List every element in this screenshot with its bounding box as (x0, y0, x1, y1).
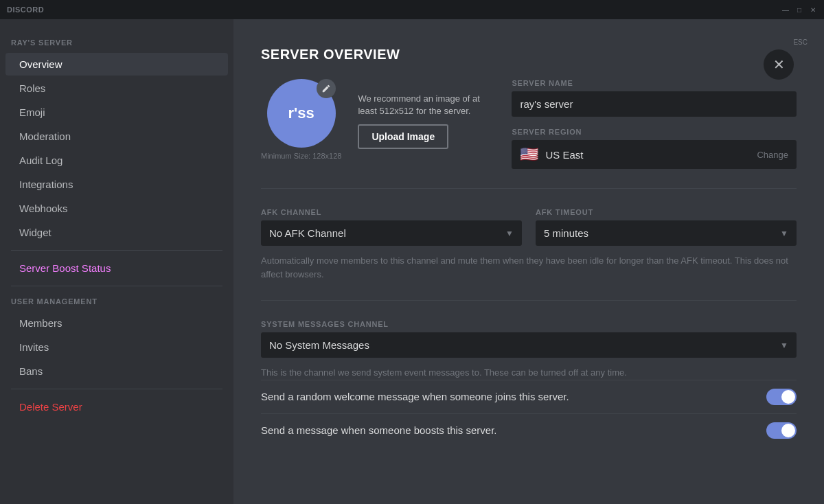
server-name-label: SERVER NAME (512, 79, 797, 87)
user-management-section-label: USER MANAGEMENT (0, 297, 233, 311)
titlebar: DISCORD — □ ✕ (0, 0, 824, 19)
sidebar-item-boost[interactable]: Server Boost Status (5, 257, 228, 279)
system-messages-select-wrapper: No System Messages ▼ (261, 332, 797, 358)
afk-timeout-field: AFK TIMEOUT 5 minutes ▼ (536, 208, 797, 246)
sidebar-item-label: Roles (19, 82, 45, 94)
sidebar-item-label: Members (19, 317, 62, 329)
toggle-row-welcome: Send a random welcome message when someo… (261, 380, 797, 413)
sidebar-item-label: Moderation (19, 130, 71, 142)
system-messages-section: SYSTEM MESSAGES CHANNEL No System Messag… (261, 320, 797, 447)
sidebar-item-label: Invites (19, 341, 49, 353)
min-size-label: Minimum Size: 128x128 (261, 152, 341, 160)
section-divider-1 (261, 188, 797, 189)
sidebar-item-label: Bans (19, 365, 43, 377)
recommend-text: We recommend an image of at least 512x51… (358, 93, 495, 117)
sidebar-item-audit-log[interactable]: Audit Log (5, 149, 228, 172)
main-content: ✕ ESC SERVER OVERVIEW r'ss Minimum Size:… (233, 19, 824, 504)
page-title: SERVER OVERVIEW (261, 47, 797, 62)
sidebar-divider (11, 250, 222, 251)
sidebar-item-bans[interactable]: Bans (5, 360, 228, 382)
sidebar-item-overview[interactable]: Overview (5, 53, 228, 76)
maximize-button[interactable]: □ (795, 5, 803, 14)
sidebar-item-members[interactable]: Members (5, 312, 228, 334)
minimize-button[interactable]: — (781, 5, 790, 14)
server-section-label: RAY'S SERVER (0, 38, 233, 52)
sidebar-item-label: Widget (19, 227, 52, 238)
toggle-welcome-label: Send a random welcome message when someo… (261, 391, 569, 402)
region-name: US East (545, 149, 583, 161)
section-divider-2 (261, 300, 797, 301)
toggle-knob (781, 424, 795, 437)
sidebar-item-label: Integrations (19, 179, 73, 190)
system-channel-help-text: This is the channel we send system event… (261, 366, 797, 380)
sidebar-item-label: Emoji (19, 106, 45, 118)
toggle-boost-label: Send a message when someone boosts this … (261, 424, 497, 436)
esc-icon: ✕ (773, 56, 785, 73)
sidebar-divider-3 (11, 389, 222, 389)
overview-middle: We recommend an image of at least 512x51… (358, 79, 495, 149)
window-controls: — □ ✕ (781, 5, 817, 14)
afk-timeout-select[interactable]: 5 minutes (536, 220, 797, 246)
sidebar-item-moderation[interactable]: Moderation (5, 125, 228, 148)
edit-icon[interactable] (317, 79, 336, 98)
toggle-knob (781, 390, 795, 404)
sidebar-item-emoji[interactable]: Emoji (5, 101, 228, 124)
esc-label: ESC (793, 38, 808, 46)
system-messages-label: SYSTEM MESSAGES CHANNEL (261, 320, 797, 328)
sidebar-item-label: Delete Server (19, 401, 82, 413)
server-icon-area: r'ss Minimum Size: 128x128 (261, 79, 341, 160)
change-region-button[interactable]: Change (757, 150, 788, 160)
sidebar-item-invites[interactable]: Invites (5, 336, 228, 358)
boost-toggle[interactable] (766, 422, 797, 439)
overview-top: r'ss Minimum Size: 128x128 We recommend … (261, 79, 797, 169)
server-region-field: SERVER REGION 🇺🇸 US East Change (512, 128, 797, 169)
app-body: RAY'S SERVER Overview Roles Emoji Modera… (0, 19, 824, 504)
upload-image-button[interactable]: Upload Image (358, 124, 448, 149)
region-left: 🇺🇸 US East (520, 146, 583, 163)
esc-area: ✕ ESC (793, 36, 808, 46)
close-button[interactable]: ✕ (809, 5, 817, 14)
system-messages-select[interactable]: No System Messages (261, 332, 797, 358)
afk-timeout-select-wrapper: 5 minutes ▼ (536, 220, 797, 246)
sidebar-item-label: Webhooks (19, 203, 68, 214)
sidebar-item-label: Overview (19, 58, 62, 70)
region-flag: 🇺🇸 (520, 146, 538, 163)
sidebar-item-roles[interactable]: Roles (5, 77, 228, 100)
afk-help-text: Automatically move members to this chann… (261, 254, 797, 281)
toggle-row-boost: Send a message when someone boosts this … (261, 413, 797, 447)
afk-channel-select[interactable]: No AFK Channel (261, 220, 522, 246)
server-name-region: SERVER NAME SERVER REGION 🇺🇸 US East Cha… (512, 79, 797, 169)
server-icon[interactable]: r'ss (267, 79, 336, 148)
esc-button[interactable]: ✕ (764, 49, 794, 80)
server-icon-text: r'ss (288, 104, 314, 122)
sidebar-item-integrations[interactable]: Integrations (5, 173, 228, 196)
afk-section: AFK CHANNEL No AFK Channel ▼ AFK TIMEOUT… (261, 208, 797, 246)
sidebar-item-webhooks[interactable]: Webhooks (5, 197, 228, 220)
afk-channel-label: AFK CHANNEL (261, 208, 522, 216)
welcome-toggle[interactable] (766, 389, 797, 405)
afk-channel-field: AFK CHANNEL No AFK Channel ▼ (261, 208, 522, 246)
server-name-input[interactable] (512, 91, 797, 117)
server-region-label: SERVER REGION (512, 128, 797, 136)
afk-channel-select-wrapper: No AFK Channel ▼ (261, 220, 522, 246)
app-title: DISCORD (7, 5, 44, 14)
sidebar-divider-2 (11, 286, 222, 286)
region-selector: 🇺🇸 US East Change (512, 140, 797, 169)
sidebar-item-delete-server[interactable]: Delete Server (5, 396, 228, 418)
afk-timeout-label: AFK TIMEOUT (536, 208, 797, 216)
sidebar-item-widget[interactable]: Widget (5, 221, 228, 244)
sidebar: RAY'S SERVER Overview Roles Emoji Modera… (0, 19, 233, 504)
server-name-field: SERVER NAME (512, 79, 797, 117)
sidebar-item-label: Audit Log (19, 154, 62, 166)
sidebar-item-label: Server Boost Status (19, 262, 111, 274)
